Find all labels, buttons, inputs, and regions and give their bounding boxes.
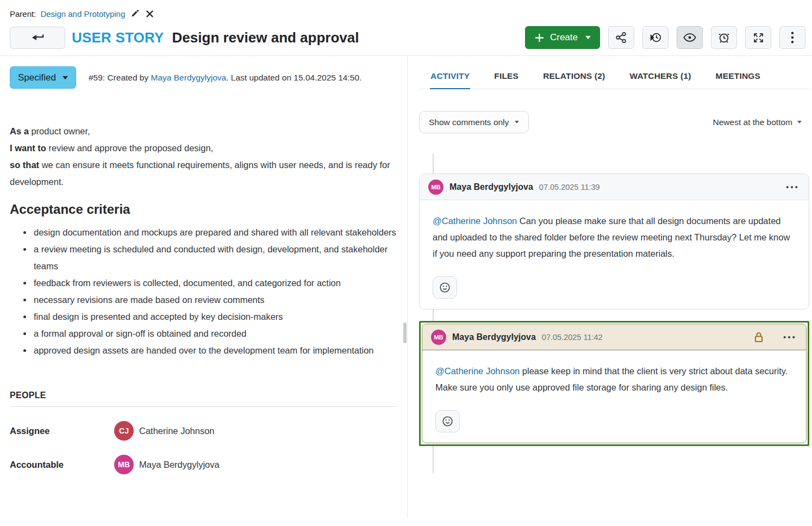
eye-icon xyxy=(683,33,696,42)
comments-filter-dropdown[interactable]: Show comments only xyxy=(419,111,529,133)
close-icon xyxy=(146,10,154,18)
comment-menu-button[interactable] xyxy=(784,183,800,191)
add-reaction-button[interactable] xyxy=(433,276,457,299)
comment-author: Maya Berdygylyjova xyxy=(452,332,536,342)
description: As a product owner, I want to review and… xyxy=(10,123,402,359)
description-line: so that we can ensure it meets functiona… xyxy=(10,157,402,190)
tab-activity[interactable]: ACTIVITY xyxy=(430,68,470,89)
tab-files[interactable]: FILES xyxy=(494,68,519,89)
fullscreen-button[interactable] xyxy=(745,26,771,49)
activity-panel: ACTIVITY FILES RELATIONS (2) WATCHERS (1… xyxy=(408,56,812,518)
tab-relations[interactable]: RELATIONS (2) xyxy=(542,68,605,89)
comment-card: MB Maya Berdygylyjova 07.05.2025 11:39 @… xyxy=(419,174,809,310)
accountable-row: Accountable MB Maya Berdygylyjova xyxy=(10,455,397,474)
parent-link[interactable]: Design and Prototyping xyxy=(40,9,125,18)
description-line: As a product owner, xyxy=(10,123,402,140)
timeline-connector xyxy=(433,310,809,321)
comment-header: MB Maya Berdygylyjova 07.05.2025 11:42 xyxy=(422,324,806,350)
status-row: Specified #59: Created by Maya Berdygyly… xyxy=(10,66,397,89)
avatar: CJ xyxy=(114,421,134,441)
description-line: I want to review and approve the propose… xyxy=(10,140,402,157)
chevron-down-icon xyxy=(797,121,802,123)
list-item: necessary revisions are made based on re… xyxy=(33,292,402,308)
page-title: Design review and approval xyxy=(172,29,359,46)
list-item: a review meeting is scheduled and conduc… xyxy=(33,241,402,275)
accountable-label: Accountable xyxy=(10,460,114,470)
baseline-history-button[interactable] xyxy=(642,26,669,49)
chevron-down-icon xyxy=(515,121,519,123)
alarm-clock-icon xyxy=(718,32,730,44)
assignee-row: Assignee CJ Catherine Johnson xyxy=(10,421,397,441)
add-reaction-button[interactable] xyxy=(435,410,460,432)
create-button[interactable]: Create xyxy=(525,26,600,49)
comments-stream: MB Maya Berdygylyjova 07.05.2025 11:39 @… xyxy=(419,154,809,473)
comment-card: MB Maya Berdygylyjova 07.05.2025 11:42 xyxy=(422,324,807,443)
work-package-header: USER STORY Design review and approval Cr… xyxy=(0,22,812,56)
status-dropdown[interactable]: Specified xyxy=(10,66,76,89)
remove-parent-button[interactable] xyxy=(145,9,155,19)
share-button[interactable] xyxy=(608,26,634,49)
timeline-connector xyxy=(433,154,809,174)
avatar: MB xyxy=(114,455,134,474)
fullscreen-icon xyxy=(753,32,764,44)
lock-icon xyxy=(753,331,764,343)
comment-menu-button[interactable] xyxy=(781,333,797,341)
assignee-name: Catherine Johnson xyxy=(139,426,215,436)
list-item: design documentation and mockups are pre… xyxy=(33,224,402,241)
meta-suffix: . Last updated on 15.04.2025 14:50. xyxy=(226,73,361,82)
tab-watchers[interactable]: WATCHERS (1) xyxy=(629,68,691,89)
history-clock-icon xyxy=(649,32,662,44)
avatar: MB xyxy=(428,180,444,195)
work-package-type: USER STORY xyxy=(72,29,164,46)
comment-author: Maya Berdygylyjova xyxy=(449,182,533,192)
scrollbar-thumb[interactable] xyxy=(403,323,407,343)
people-heading: PEOPLE xyxy=(10,391,397,400)
activity-controls: Show comments only Newest at the bottom xyxy=(419,111,809,133)
meta-prefix: #59: Created by xyxy=(89,73,151,82)
watch-button[interactable] xyxy=(677,26,703,49)
plus-icon xyxy=(534,33,545,43)
comment-body: @Catherine Johnson Can you please make s… xyxy=(420,200,809,309)
comment-timestamp: 07.05.2025 11:42 xyxy=(542,333,603,342)
acceptance-criteria-heading: Acceptance criteria xyxy=(10,201,402,218)
back-button[interactable] xyxy=(10,27,65,49)
comment-timestamp: 07.05.2025 11:39 xyxy=(539,183,600,191)
mention-link[interactable]: @Catherine Johnson xyxy=(433,216,517,226)
share-icon xyxy=(615,32,627,44)
list-item: a formal approval or sign-off is obtaine… xyxy=(33,325,402,342)
details-panel: Specified #59: Created by Maya Berdygyly… xyxy=(0,56,408,518)
sort-label: Newest at the bottom xyxy=(713,117,792,127)
list-item: approved design assets are handed over t… xyxy=(33,342,402,359)
avatar: MB xyxy=(431,330,446,345)
chevron-down-icon xyxy=(63,76,68,79)
tab-meetings[interactable]: MEETINGS xyxy=(715,68,761,89)
list-item: final design is presented and accepted b… xyxy=(33,308,402,325)
accountable-name: Maya Berdygylyjova xyxy=(139,460,220,470)
mention-link[interactable]: @Catherine Johnson xyxy=(435,366,520,376)
create-button-label: Create xyxy=(550,32,578,43)
tab-bar: ACTIVITY FILES RELATIONS (2) WATCHERS (1… xyxy=(419,68,809,89)
comment-header: MB Maya Berdygylyjova 07.05.2025 11:39 xyxy=(420,174,809,200)
meta-author-link[interactable]: Maya Berdygylyjova xyxy=(151,73,227,82)
filter-label: Show comments only xyxy=(429,117,509,127)
timeline-connector xyxy=(433,446,809,473)
back-arrow-icon xyxy=(31,34,44,41)
acceptance-criteria-list: design documentation and mockups are pre… xyxy=(10,224,402,359)
people-section: PEOPLE Assignee CJ Catherine Johnson Acc… xyxy=(10,391,397,474)
kebab-horizontal-icon xyxy=(786,185,798,189)
smiley-icon xyxy=(442,416,453,427)
divider xyxy=(10,406,397,407)
smiley-icon xyxy=(439,282,451,293)
more-actions-button[interactable] xyxy=(779,26,805,49)
chevron-down-icon xyxy=(585,36,591,39)
kebab-vertical-icon xyxy=(791,32,794,44)
reminder-button[interactable] xyxy=(711,26,737,49)
kebab-horizontal-icon xyxy=(783,336,795,339)
pencil-icon xyxy=(130,9,139,18)
edit-parent-button[interactable] xyxy=(129,8,140,19)
assignee-label: Assignee xyxy=(10,426,114,436)
status-label: Specified xyxy=(18,72,56,83)
highlighted-comment-outline: MB Maya Berdygylyjova 07.05.2025 11:42 xyxy=(419,321,809,446)
sort-order-dropdown[interactable]: Newest at the bottom xyxy=(713,117,802,127)
header-actions: Create xyxy=(525,26,805,49)
